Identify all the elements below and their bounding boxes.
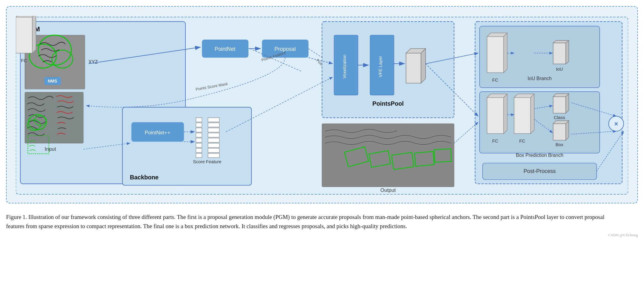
svg-rect-40 [208,118,219,122]
svg-marker-92 [504,94,507,134]
svg-text:Class: Class [554,115,565,120]
svg-rect-47 [208,154,219,158]
svg-rect-38 [196,154,202,158]
svg-rect-32 [196,123,202,127]
architecture-diagram: PGM XYZ NMS [16,16,628,196]
svg-rect-99 [553,97,565,113]
svg-text:Post-Process: Post-Process [523,168,556,174]
svg-marker-101 [566,94,569,113]
svg-marker-61 [421,49,425,83]
svg-rect-35 [196,138,202,143]
svg-text:Input: Input [45,146,56,152]
svg-rect-78 [16,17,32,53]
svg-rect-74 [487,37,503,72]
svg-rect-103 [553,124,565,140]
svg-text:PointNet++: PointNet++ [145,130,170,136]
svg-text:IoU: IoU [556,67,563,72]
svg-text:PointNet: PointNet [215,46,235,52]
svg-rect-94 [514,97,530,133]
svg-text:NMS: NMS [48,79,57,83]
svg-text:FC: FC [21,58,27,63]
svg-text:Backbone: Backbone [130,174,159,181]
svg-rect-33 [196,128,202,132]
svg-rect-44 [208,138,219,143]
svg-text:Output: Output [380,187,396,193]
watermark: CSDN @Clichong [6,233,638,238]
svg-rect-37 [196,148,202,153]
svg-marker-80 [32,16,36,53]
svg-text:FC: FC [519,139,525,143]
svg-marker-76 [504,33,507,72]
svg-rect-90 [487,97,503,133]
svg-rect-43 [208,133,219,137]
svg-text:Voxelization: Voxelization [342,55,347,79]
svg-text:FC: FC [492,139,498,143]
svg-text:Feature: Feature [206,159,221,164]
svg-rect-46 [208,148,219,153]
svg-rect-59 [406,53,421,83]
svg-text:×: × [614,120,618,128]
svg-text:PointsPool: PointsPool [372,100,404,107]
svg-marker-85 [566,41,569,64]
svg-rect-31 [196,118,202,122]
main-container: PGM XYZ NMS [6,6,638,238]
svg-rect-36 [196,143,202,147]
svg-rect-83 [553,43,565,64]
svg-text:Box: Box [555,142,563,147]
svg-text:IoU Branch: IoU Branch [528,76,552,81]
svg-text:FC: FC [492,78,498,83]
svg-rect-34 [196,133,202,137]
diagram-wrapper: PGM XYZ NMS [6,6,638,203]
svg-rect-41 [208,123,219,127]
svg-text:Box Prediction Branch: Box Prediction Branch [516,153,563,158]
svg-text:VFE Layer: VFE Layer [378,56,383,77]
caption-text: Figure 1. Illustration of our framework … [6,213,615,231]
svg-rect-45 [208,143,219,147]
svg-marker-96 [530,94,534,134]
svg-rect-42 [208,128,219,132]
svg-text:Score: Score [193,159,205,164]
svg-marker-105 [566,121,569,140]
